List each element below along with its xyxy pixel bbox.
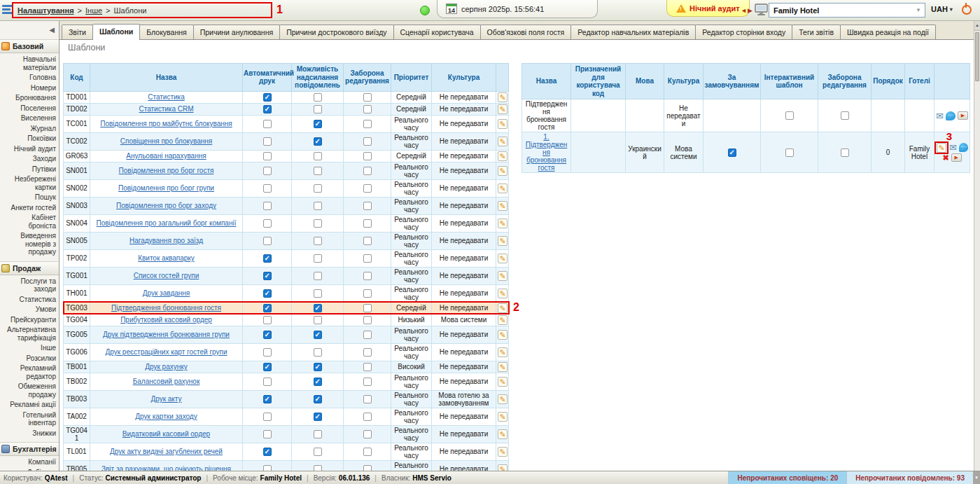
- no-edit-checkbox[interactable]: [363, 465, 372, 471]
- edit-icon[interactable]: ✎: [498, 447, 507, 457]
- no-edit-checkbox[interactable]: [363, 331, 372, 339]
- vertical-scrollbar[interactable]: ▲: [974, 21, 980, 471]
- template-name-link[interactable]: Анульовані нарахування: [126, 152, 206, 160]
- can-send-checkbox[interactable]: [314, 120, 322, 128]
- can-send-checkbox[interactable]: [314, 93, 322, 102]
- sidebar-item[interactable]: Виселення: [0, 113, 59, 124]
- template-name-link[interactable]: Повідомлення про борг гостя: [119, 167, 214, 174]
- sidebar-collapse-arrow[interactable]: ◀: [0, 21, 59, 39]
- auto-print-checkbox[interactable]: [263, 331, 272, 339]
- auto-print-checkbox[interactable]: [263, 448, 272, 456]
- chat-bubble-icon[interactable]: ⋯: [959, 143, 968, 152]
- auto-print-checkbox[interactable]: [263, 348, 272, 357]
- template-name-link[interactable]: Повідомлення про загальний борг компанії: [97, 219, 237, 227]
- edit-icon[interactable]: ✎: [498, 464, 507, 471]
- auto-print-checkbox[interactable]: [263, 184, 272, 193]
- can-send-checkbox[interactable]: [314, 430, 322, 438]
- auto-print-checkbox[interactable]: [263, 152, 272, 160]
- edit-icon[interactable]: ✎: [498, 219, 507, 228]
- can-send-checkbox[interactable]: [314, 316, 322, 324]
- auto-print-checkbox[interactable]: [263, 395, 272, 403]
- auto-print-checkbox[interactable]: [263, 219, 272, 228]
- auto-print-checkbox[interactable]: [263, 465, 272, 471]
- template-name-link[interactable]: Друк підтвердження бронювання групи: [103, 331, 230, 338]
- can-send-checkbox[interactable]: [314, 304, 322, 312]
- tab-4[interactable]: Причини анулювання: [193, 25, 280, 39]
- auto-print-checkbox[interactable]: [263, 167, 272, 175]
- can-send-checkbox[interactable]: [314, 254, 322, 263]
- no-edit-checkbox[interactable]: [363, 120, 372, 128]
- can-send-checkbox[interactable]: [314, 395, 322, 403]
- sidebar-item[interactable]: Рекламні акції: [0, 400, 59, 410]
- edit-icon[interactable]: ✎: [498, 137, 507, 146]
- no-edit-checkbox[interactable]: [363, 167, 372, 175]
- chat-bubble-icon[interactable]: ⋯: [946, 111, 955, 120]
- sidebar-item[interactable]: Путівки: [0, 165, 59, 175]
- template-name-link[interactable]: Повідомлення про майбутнє блокування: [100, 120, 232, 127]
- auto-print-checkbox[interactable]: [263, 413, 272, 421]
- template-name-link[interactable]: Друк рахунку: [145, 363, 188, 371]
- edit-icon[interactable]: ✎: [498, 347, 507, 357]
- scroll-up-arrow[interactable]: ▲: [974, 21, 980, 31]
- edit-icon[interactable]: ✎: [498, 166, 507, 176]
- no-edit-checkbox[interactable]: [363, 448, 372, 456]
- nav-arrows-icon[interactable]: ◄▶: [741, 7, 753, 14]
- edit-icon[interactable]: ✎: [498, 377, 507, 387]
- no-edit-checkbox[interactable]: [363, 254, 372, 263]
- auto-print-checkbox[interactable]: [263, 316, 272, 324]
- edit-icon[interactable]: ✎: [498, 201, 507, 211]
- can-send-checkbox[interactable]: [314, 348, 322, 357]
- sidebar-item[interactable]: Поселення: [0, 104, 59, 114]
- can-send-checkbox[interactable]: [314, 413, 322, 421]
- sidebar-item[interactable]: Готельний інвентар: [0, 410, 59, 429]
- no-edit-checkbox[interactable]: [363, 272, 372, 280]
- template-name-link[interactable]: Сповіщення про блокування: [120, 137, 212, 145]
- tab-3[interactable]: Блокування: [139, 25, 193, 39]
- edit-icon[interactable]: ✎: [498, 271, 507, 281]
- tab-5[interactable]: Причини дострокового виїзду: [279, 25, 393, 39]
- messenger-status-icon[interactable]: [420, 6, 430, 15]
- no-edit-checkbox[interactable]: [363, 363, 372, 371]
- sidebar-item[interactable]: Інше: [0, 343, 59, 354]
- auto-print-checkbox[interactable]: [263, 378, 272, 386]
- can-send-checkbox[interactable]: [314, 272, 322, 280]
- sidebar-item[interactable]: Компанії: [0, 457, 59, 468]
- default-checkbox[interactable]: [728, 148, 736, 157]
- edit-icon[interactable]: ✎: [498, 330, 507, 340]
- sidebar-item[interactable]: Рекламний редактор: [0, 364, 59, 382]
- delete-icon[interactable]: ✖: [942, 153, 948, 162]
- template-name-link[interactable]: Список гостей групи: [134, 272, 200, 279]
- can-send-checkbox[interactable]: [314, 167, 322, 175]
- edit-icon[interactable]: ✎: [498, 92, 507, 102]
- can-send-checkbox[interactable]: [314, 152, 322, 160]
- night-audit-badge[interactable]: ! Нічний аудит: [666, 0, 750, 17]
- tab-2[interactable]: Шаблони: [92, 24, 140, 40]
- auto-print-checkbox[interactable]: [263, 202, 272, 210]
- template-name-link[interactable]: Балансовий рахунок: [133, 378, 200, 385]
- can-send-checkbox[interactable]: [314, 448, 322, 456]
- can-send-checkbox[interactable]: [314, 184, 322, 193]
- template-name-link[interactable]: Видатковий касовий ордер: [122, 430, 210, 438]
- tab-6[interactable]: Сценарії користувача: [393, 25, 481, 39]
- edit-icon[interactable]: ✎: [498, 394, 507, 404]
- sidebar-item[interactable]: Статистика: [0, 295, 59, 305]
- can-send-checkbox[interactable]: [314, 105, 322, 113]
- auto-print-checkbox[interactable]: [263, 137, 272, 146]
- hotel-selector[interactable]: Family Hotel ▼: [769, 3, 925, 18]
- edit-icon[interactable]: ✎: [498, 184, 507, 193]
- tab-9[interactable]: Редактор сторінки входу: [695, 25, 792, 39]
- unread-messages-badge[interactable]: Непрочитаних повідомлень: 93: [846, 471, 973, 484]
- edit-icon[interactable]: ✎: [498, 289, 507, 298]
- no-edit-checkbox[interactable]: [363, 105, 372, 113]
- unread-notifications-badge[interactable]: Непрочитаних сповіщень: 20: [728, 471, 846, 484]
- date-time-tab[interactable]: 14 серпня 2025р. 15:56:41: [437, 0, 598, 18]
- template-name-link[interactable]: Звіт за рахунками, що очікують рішення: [102, 465, 231, 471]
- no-edit-checkbox[interactable]: [363, 395, 372, 403]
- auto-print-checkbox[interactable]: [263, 289, 272, 298]
- sidebar-item[interactable]: Обмеження продажу: [0, 382, 59, 400]
- tab-7[interactable]: Обов'язкові поля гостя: [480, 25, 572, 39]
- auto-print-checkbox[interactable]: [263, 304, 272, 312]
- sidebar-item[interactable]: Послуги та заходи: [0, 277, 59, 295]
- can-send-checkbox[interactable]: [314, 202, 322, 210]
- breadcrumb-link-other[interactable]: Інше: [85, 6, 102, 15]
